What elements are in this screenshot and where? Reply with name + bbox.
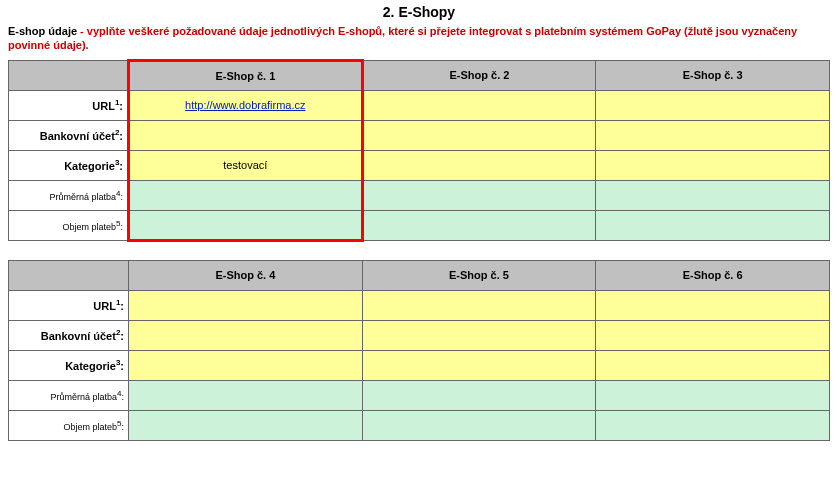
cell-prumerna-6[interactable] — [596, 380, 830, 410]
cell-prumerna-5[interactable] — [362, 380, 596, 410]
cell-url-6[interactable] — [596, 290, 830, 320]
cell-url-4[interactable] — [129, 290, 363, 320]
row-label-bank: Bankovní účet2: — [9, 320, 129, 350]
intro-text: - vyplňte veškeré požadované údaje jedno… — [8, 25, 797, 51]
cell-objem-5[interactable] — [362, 410, 596, 440]
cell-kategorie-1[interactable]: testovací — [129, 150, 363, 180]
row-label-bank: Bankovní účet2: — [9, 120, 129, 150]
row-label-objem: Objem plateb5: — [9, 210, 129, 240]
url-link-1[interactable]: http://www.dobrafirma.cz — [185, 99, 305, 111]
row-label-prumerna: Průměrná platba4: — [9, 380, 129, 410]
cell-url-3[interactable] — [596, 90, 830, 120]
cell-prumerna-3[interactable] — [596, 180, 830, 210]
eshop-table-1: E-Shop č. 1 E-Shop č. 2 E-Shop č. 3 URL1… — [8, 59, 830, 242]
cell-objem-2[interactable] — [362, 210, 596, 240]
cell-bank-6[interactable] — [596, 320, 830, 350]
cell-url-2[interactable] — [362, 90, 596, 120]
cell-bank-1[interactable] — [129, 120, 363, 150]
cell-bank-3[interactable] — [596, 120, 830, 150]
col-header-eshop-5: E-Shop č. 5 — [362, 260, 596, 290]
col-header-eshop-4: E-Shop č. 4 — [129, 260, 363, 290]
cell-bank-4[interactable] — [129, 320, 363, 350]
row-label-url: URL1: — [9, 90, 129, 120]
cell-bank-2[interactable] — [362, 120, 596, 150]
cell-kategorie-6[interactable] — [596, 350, 830, 380]
col-header-eshop-2: E-Shop č. 2 — [362, 60, 596, 90]
cell-objem-1[interactable] — [129, 210, 363, 240]
cell-bank-5[interactable] — [362, 320, 596, 350]
cell-kategorie-2[interactable] — [362, 150, 596, 180]
cell-url-5[interactable] — [362, 290, 596, 320]
row-label-kategorie: Kategorie3: — [9, 150, 129, 180]
section-heading: 2. E-Shopy — [8, 4, 830, 20]
row-label-objem: Objem plateb5: — [9, 410, 129, 440]
cell-prumerna-2[interactable] — [362, 180, 596, 210]
cell-objem-3[interactable] — [596, 210, 830, 240]
row-label-url: URL1: — [9, 290, 129, 320]
cell-objem-6[interactable] — [596, 410, 830, 440]
cell-prumerna-1[interactable] — [129, 180, 363, 210]
row-label-kategorie: Kategorie3: — [9, 350, 129, 380]
col-header-eshop-6: E-Shop č. 6 — [596, 260, 830, 290]
corner-cell — [9, 60, 129, 90]
col-header-eshop-1: E-Shop č. 1 — [129, 60, 363, 90]
intro-line: E-shop údaje - vyplňte veškeré požadovan… — [8, 24, 830, 53]
cell-url-1[interactable]: http://www.dobrafirma.cz — [129, 90, 363, 120]
row-label-prumerna: Průměrná platba4: — [9, 180, 129, 210]
cell-kategorie-3[interactable] — [596, 150, 830, 180]
cell-kategorie-4[interactable] — [129, 350, 363, 380]
eshop-table-2: E-Shop č. 4 E-Shop č. 5 E-Shop č. 6 URL1… — [8, 260, 830, 441]
corner-cell — [9, 260, 129, 290]
intro-label: E-shop údaje — [8, 25, 77, 37]
cell-objem-4[interactable] — [129, 410, 363, 440]
cell-kategorie-5[interactable] — [362, 350, 596, 380]
col-header-eshop-3: E-Shop č. 3 — [596, 60, 830, 90]
cell-prumerna-4[interactable] — [129, 380, 363, 410]
